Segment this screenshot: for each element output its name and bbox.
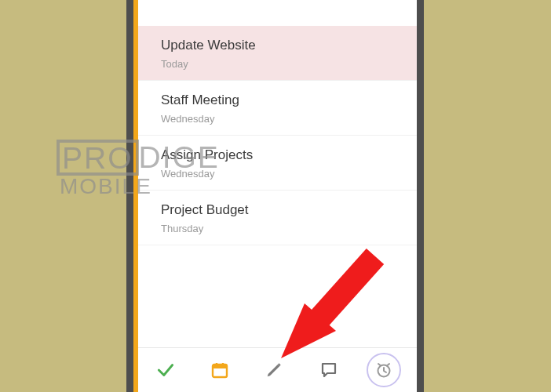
clock-icon[interactable] [367, 353, 401, 387]
task-subtitle: Wednesday [161, 168, 409, 180]
pencil-icon[interactable] [257, 354, 290, 387]
accent-strip [133, 0, 138, 392]
task-subtitle: Thursday [161, 223, 409, 234]
phone-frame: Update Website Today Staff Meeting Wedne… [126, 0, 424, 392]
task-title: Assign Projects [161, 147, 409, 163]
task-item[interactable]: Assign Projects Wednesday [133, 136, 417, 191]
task-item[interactable]: Project Budget Thursday [133, 191, 417, 245]
comment-icon[interactable] [312, 354, 345, 387]
task-item[interactable]: Staff Meeting Wednesday [133, 81, 417, 136]
task-title: Staff Meeting [161, 93, 409, 108]
task-title: Update Website [161, 38, 409, 53]
task-title: Project Budget [161, 202, 409, 218]
app-screen: Update Website Today Staff Meeting Wedne… [133, 0, 417, 392]
task-subtitle: Today [161, 58, 409, 70]
task-subtitle: Wednesday [161, 113, 409, 125]
task-list: Update Website Today Staff Meeting Wedne… [133, 0, 417, 347]
task-item[interactable]: Update Website Today [133, 26, 417, 81]
svg-rect-1 [213, 365, 227, 368]
bottom-toolbar [133, 347, 417, 392]
calendar-icon[interactable] [203, 354, 236, 387]
check-icon[interactable] [149, 354, 182, 387]
